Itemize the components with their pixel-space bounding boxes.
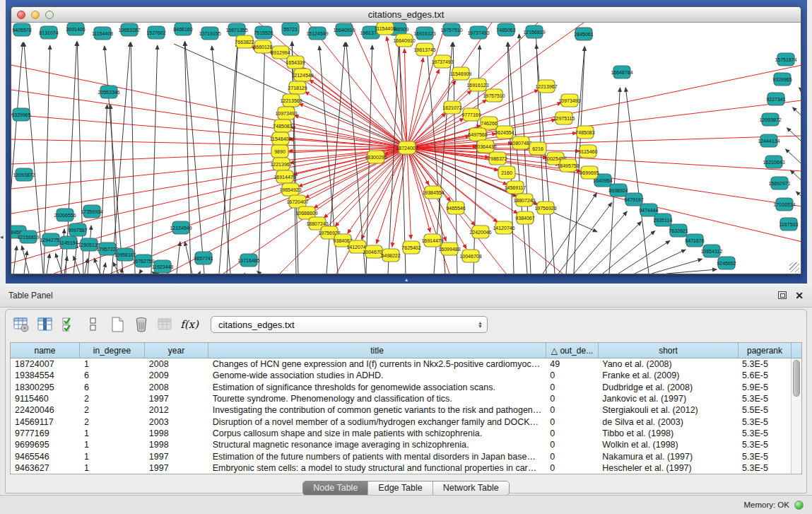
graph-node[interactable]: 10653287 — [118, 23, 140, 36]
graph-node[interactable]: 1167533 — [779, 218, 799, 230]
graph-node[interactable]: 8466160 — [173, 23, 192, 35]
tab-network-table[interactable]: Network Table — [433, 481, 509, 495]
column-header-pagerank[interactable]: pagerank — [739, 343, 792, 358]
graph-edge[interactable] — [407, 136, 801, 148]
graph-edge[interactable] — [796, 192, 801, 238]
scrollbar-thumb[interactable] — [793, 360, 800, 397]
graph-node[interactable]: 8938924 — [608, 184, 628, 197]
graph-node-selected[interactable]: 746266 — [481, 117, 498, 129]
graph-edge[interactable] — [112, 42, 130, 274]
column-header-year[interactable]: year — [145, 343, 208, 358]
graph-node-selected[interactable]: 11154408 — [375, 23, 396, 35]
column-header-short[interactable]: short — [599, 343, 739, 358]
graph-node[interactable]: 3691406 — [66, 23, 85, 35]
select-columns-button[interactable] — [59, 315, 79, 334]
graph-node[interactable]: 7485063 — [496, 23, 515, 36]
graph-edge[interactable] — [305, 92, 407, 148]
delete-column-button[interactable] — [131, 315, 151, 334]
graph-node-selected[interactable]: 7485083 — [273, 119, 292, 132]
graph-node-selected[interactable]: 11548408 — [270, 132, 292, 145]
graph-node[interactable]: 9329965 — [772, 73, 792, 86]
graph-edge[interactable] — [94, 258, 100, 274]
graph-edge[interactable] — [589, 221, 641, 274]
graph-node[interactable]: 8131074 — [39, 26, 58, 39]
graph-node[interactable]: 12156819 — [17, 230, 39, 243]
graph-node[interactable]: 13716485 — [237, 254, 259, 267]
citation-network-graph[interactable]: 9405578813107436914061115440810653287152… — [11, 23, 801, 274]
graph-node-selected[interactable]: 16914479 — [421, 234, 443, 247]
table-selector-dropdown[interactable]: citations_edges.txt ▲▼ — [211, 316, 488, 333]
float-panel-icon[interactable] — [778, 291, 787, 299]
graph-node-selected[interactable]: 16640910 — [393, 34, 415, 47]
graph-node-selected[interactable]: 10046708 — [459, 250, 481, 262]
graph-node-selected[interactable]: 18300295 — [365, 151, 387, 163]
graph-node-selected[interactable]: 9115460 — [579, 145, 598, 158]
graph-node[interactable]: 19737493 — [467, 26, 489, 39]
graph-node[interactable]: 2845061 — [574, 28, 593, 40]
graph-edge[interactable] — [11, 115, 407, 148]
graph-node[interactable]: 12124549 — [170, 221, 192, 234]
graph-node[interactable]: 9329965 — [11, 108, 30, 121]
graph-node[interactable]: 9857741 — [194, 252, 213, 264]
graph-node[interactable]: 17016534 — [773, 198, 795, 211]
graph-node-selected[interactable]: 8660128 — [253, 40, 272, 53]
graph-node[interactable]: 9227341 — [766, 93, 785, 105]
graph-node[interactable]: 10719155 — [199, 27, 220, 40]
graph-node[interactable]: 16671355 — [225, 23, 247, 36]
network-canvas[interactable]: 9405578813107436914061115440810653287152… — [11, 23, 801, 274]
graph-edge[interactable] — [174, 44, 597, 232]
table-row[interactable]: 977716911998Corpus callosum shape and si… — [11, 428, 791, 439]
graph-node-selected[interactable]: 19613745 — [413, 43, 435, 56]
graph-node-selected[interactable]: 22420046 — [469, 226, 491, 238]
graph-edge[interactable] — [13, 246, 17, 274]
graph-edge[interactable] — [407, 148, 801, 242]
graph-edge[interactable] — [152, 271, 155, 274]
graph-node-selected[interactable]: 16914479 — [273, 170, 295, 183]
graph-node[interactable]: 20553346 — [98, 86, 119, 98]
graph-edge[interactable] — [11, 90, 407, 148]
graph-node[interactable]: 8471676 — [685, 234, 704, 247]
graph-node[interactable]: 11154408 — [92, 27, 113, 40]
graph-node[interactable]: 20206556 — [54, 209, 76, 221]
close-panel-icon[interactable]: ✕ — [795, 291, 804, 300]
network-window-titlebar[interactable]: citations_edges.txt — [11, 7, 801, 23]
table-row[interactable]: 1456911722003Disruption of a novel membe… — [11, 416, 791, 427]
table-row[interactable]: 911546021997Tourette syndrome. Phenomeno… — [11, 393, 791, 404]
graph-node-selected[interactable]: 7485083 — [575, 126, 594, 139]
graph-node-selected[interactable]: 19756928 — [534, 201, 556, 214]
graph-node-selected[interactable]: 7986372 — [488, 152, 507, 165]
graph-node-selected[interactable]: 9699695 — [579, 166, 599, 179]
graph-node-selected[interactable]: 9777169 — [461, 108, 481, 121]
graph-edge[interactable] — [291, 127, 407, 148]
graph-node[interactable]: 17359934 — [81, 205, 102, 218]
graph-node-selected[interactable]: 12975115 — [553, 112, 575, 124]
graph-edge[interactable] — [177, 242, 180, 274]
graph-node-selected[interactable]: 7625402 — [401, 241, 420, 254]
graph-edge[interactable] — [635, 250, 686, 274]
graph-node-selected[interactable]: 12213967 — [535, 80, 557, 93]
graph-node[interactable]: 1145194 — [59, 236, 78, 249]
graph-node-selected[interactable]: 9465546 — [446, 201, 465, 214]
table-settings-button[interactable] — [11, 315, 31, 334]
table-row[interactable]: 1830029562008Estimation of significance … — [11, 382, 791, 393]
graph-node-selected[interactable]: 18495758 — [557, 159, 579, 172]
row-height-button[interactable] — [83, 315, 103, 334]
graph-node-selected[interactable]: 8912994 — [271, 46, 290, 59]
table-row[interactable]: 969969511998Structural magnetic resonanc… — [11, 439, 791, 450]
graph-edge[interactable] — [618, 240, 670, 274]
graph-edge[interactable] — [199, 271, 200, 274]
splitter-handle-icon[interactable]: ▴ — [405, 276, 408, 283]
graph-node-selected[interactable]: 12213967 — [270, 158, 292, 170]
graph-node[interactable]: 1527602 — [146, 26, 165, 39]
graph-node-selected[interactable]: 19654923 — [279, 183, 301, 196]
graph-edge[interactable] — [308, 23, 407, 148]
column-header-out_de[interactable]: △ out_de... — [546, 343, 599, 358]
graph-node-selected[interactable]: 7663822 — [235, 35, 254, 48]
graph-node[interactable]: 11923448 — [152, 260, 174, 273]
graph-edge[interactable] — [85, 259, 88, 274]
graph-edge[interactable] — [407, 100, 801, 148]
graph-edge[interactable] — [212, 46, 230, 274]
graph-node[interactable]: 15124549 — [306, 27, 328, 40]
graph-node-selected[interactable]: 19384554 — [422, 186, 444, 199]
graph-node[interactable]: 19757510 — [440, 23, 462, 36]
